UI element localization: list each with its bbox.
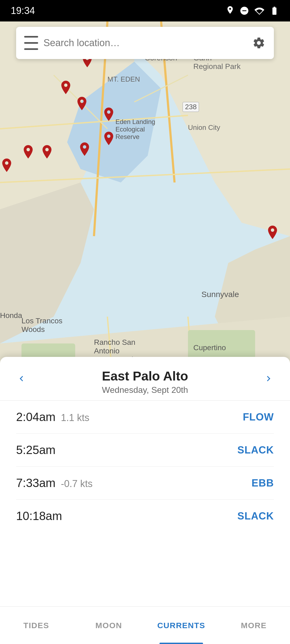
sheet-subtitle: Wednesday, Sept 20th	[16, 385, 274, 395]
tide-type-1: SLACK	[237, 444, 274, 456]
tide-type-3: SLACK	[237, 510, 274, 522]
sheet-header: East Palo Alto Wednesday, Sept 20th	[0, 357, 290, 401]
location-icon	[226, 5, 235, 16]
tide-entry-2: 7:33am -0.7 kts EBB	[16, 467, 274, 500]
search-bar	[16, 27, 274, 59]
map-label-eden-landing: Eden LandingEcologicalReserve	[115, 118, 155, 141]
bottom-sheet: East Palo Alto Wednesday, Sept 20th 2:04…	[0, 357, 290, 644]
map-marker-3[interactable]	[75, 97, 89, 114]
tide-time-1: 5:25am	[16, 443, 56, 457]
map-label-union-city: Union City	[188, 123, 220, 132]
map-marker-7[interactable]	[40, 145, 54, 162]
sheet-title: East Palo Alto	[16, 369, 274, 383]
map-marker-8[interactable]	[78, 142, 91, 159]
menu-icon[interactable]	[24, 36, 38, 50]
status-time: 19:34	[11, 5, 35, 16]
tide-entry-3: 10:18am SLACK	[16, 500, 274, 532]
tide-left-3: 10:18am	[16, 509, 62, 523]
tab-label-currents: CURRENTS	[157, 621, 205, 630]
search-input[interactable]	[44, 37, 247, 49]
map-marker-5[interactable]	[102, 131, 115, 149]
map-label-mt-eden: MT. EDEN	[107, 75, 140, 83]
tab-active-bar	[160, 643, 203, 644]
tide-left-1: 5:25am	[16, 443, 56, 457]
tab-more[interactable]: MORE	[218, 607, 290, 644]
map-marker-right[interactable]	[266, 225, 279, 243]
tide-speed-2: -0.7 kts	[61, 478, 93, 489]
nav-previous-button[interactable]	[13, 371, 30, 387]
tide-type-0: FLOW	[243, 411, 274, 423]
tab-moon[interactable]: MOON	[73, 607, 145, 644]
wifi-icon	[254, 6, 265, 15]
map-label-honda: Honda	[0, 311, 22, 320]
nav-next-button[interactable]	[260, 371, 277, 387]
tide-time-3: 10:18am	[16, 509, 62, 523]
map-label-238: 238	[183, 102, 199, 112]
map-marker-4[interactable]	[102, 107, 115, 125]
tab-label-tides: TIDES	[23, 621, 49, 630]
tab-currents[interactable]: CURRENTS	[145, 607, 218, 644]
map-marker-left[interactable]	[0, 158, 13, 175]
tide-entry-0: 2:04am 1.1 kts FLOW	[16, 401, 274, 434]
map-label-sunnyvale: Sunnyvale	[201, 290, 239, 299]
tab-tides[interactable]: TIDES	[0, 607, 73, 644]
settings-icon[interactable]	[252, 36, 266, 50]
battery-icon	[270, 6, 279, 16]
status-bar: 19:34	[0, 0, 290, 21]
map-marker-6[interactable]	[21, 145, 35, 162]
tab-label-moon: MOON	[95, 621, 122, 630]
tab-bar: TIDES MOON CURRENTS MORE	[0, 606, 290, 644]
dnd-icon	[240, 6, 249, 16]
tide-left-2: 7:33am -0.7 kts	[16, 476, 93, 490]
map-marker-2[interactable]	[59, 80, 73, 98]
tide-entries: 2:04am 1.1 kts FLOW 5:25am SLACK 7:33am …	[0, 401, 290, 532]
status-icons	[226, 5, 279, 16]
tide-time-0: 2:04am	[16, 410, 56, 424]
tide-type-2: EBB	[252, 477, 274, 489]
map-label-los-trancos: Los TrancosWoods	[21, 317, 63, 334]
tide-speed-0: 1.1 kts	[61, 412, 89, 423]
map-label-cupertino: Cupertino	[193, 343, 226, 352]
tab-label-more: MORE	[241, 621, 267, 630]
tide-time-2: 7:33am	[16, 476, 56, 490]
tide-entry-1: 5:25am SLACK	[16, 434, 274, 467]
tide-left-0: 2:04am 1.1 kts	[16, 410, 89, 424]
